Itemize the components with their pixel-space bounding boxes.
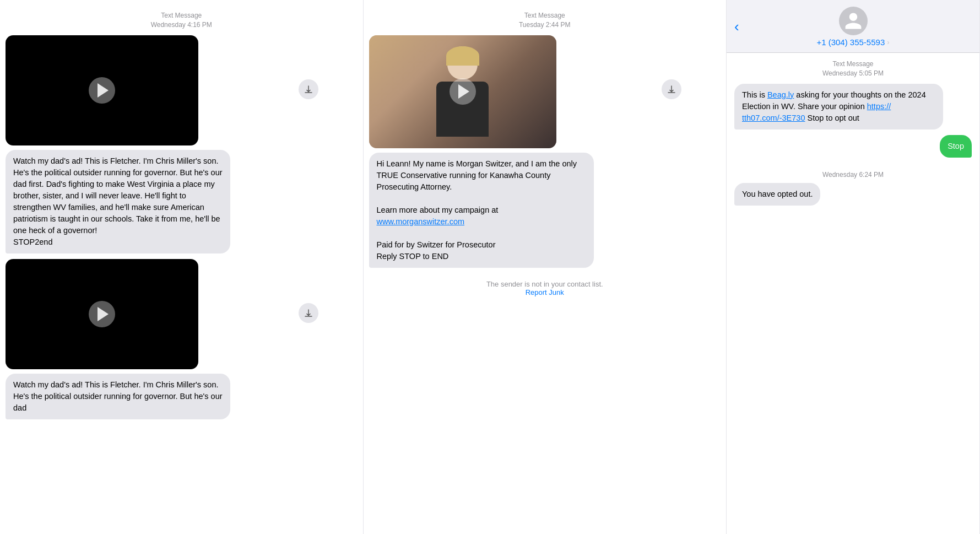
panel1-download-btn-1[interactable] <box>299 79 318 99</box>
panel2-time-header: Text Message Tuesday 2:44 PM <box>519 11 571 30</box>
panel1-bubble-1: Watch my dad's ad! This is Fletcher. I'm… <box>6 150 230 253</box>
contact-phone[interactable]: +1 (304) 355-5593 › <box>816 37 889 47</box>
panel2-download-btn[interactable] <box>662 79 681 99</box>
panel3-time-header: Text Message Wednesday 5:05 PM <box>734 60 972 78</box>
panel3-msg-1-row: This is Beag.ly asking for your thoughts… <box>734 84 972 130</box>
report-junk-btn[interactable]: Report Junk <box>486 288 603 296</box>
panel3-msg-2-row: Stop <box>734 135 972 158</box>
panel1-download-btn-2[interactable] <box>299 303 318 323</box>
panel1-video-msg-1: Watch my dad's ad! This is Fletcher. I'm… <box>6 35 358 253</box>
panel2-video-thumb[interactable] <box>369 35 556 148</box>
panel3-bubble-stop: Stop <box>940 135 972 158</box>
panel2-video-msg: Hi Leann! My name is Morgan Switzer, and… <box>369 35 721 268</box>
panel1-time-header: Text Message Wednesday 4:16 PM <box>151 11 212 30</box>
panel2-junk-notice: The sender is not in your contact list. … <box>486 280 603 296</box>
panel3-header: ‹ +1 (304) 355-5593 › <box>727 0 979 53</box>
panel3-msg-3-row: You have opted out. <box>734 183 972 206</box>
panel1-video-col-2: Watch my dad's ad! This is Fletcher. I'm… <box>6 259 294 419</box>
download-icon-3 <box>667 84 676 94</box>
person-icon <box>843 11 863 31</box>
play-button-2[interactable] <box>89 301 115 327</box>
panel1-video-thumb-2[interactable] <box>6 259 198 369</box>
panel2-video-col: Hi Leann! My name is Morgan Switzer, and… <box>369 35 658 268</box>
panel2-bubble: Hi Leann! My name is Morgan Switzer, and… <box>369 153 594 268</box>
panel3-messages: Text Message Wednesday 5:05 PM This is B… <box>727 53 979 534</box>
panel3-opted-out-time: Wednesday 6:24 PM <box>734 171 972 179</box>
panel1-video-col-1: Watch my dad's ad! This is Fletcher. I'm… <box>6 35 294 253</box>
panel1-video-msg-2: Watch my dad's ad! This is Fletcher. I'm… <box>6 259 358 419</box>
panel3-bubble-opted-out: You have opted out. <box>734 183 820 206</box>
junk-notice-text: The sender is not in your contact list. <box>486 280 603 288</box>
panel-3: ‹ +1 (304) 355-5593 › Text Message Wedne… <box>727 0 980 534</box>
play-button-3[interactable] <box>450 78 476 105</box>
beagly-link[interactable]: Beag.ly <box>767 90 794 99</box>
play-button-1[interactable] <box>89 77 115 104</box>
panel3-bubble-1: This is Beag.ly asking for your thoughts… <box>734 84 943 130</box>
contact-avatar <box>839 7 868 35</box>
download-icon-1 <box>304 84 313 94</box>
panel-1: Text Message Wednesday 4:16 PM Watch my … <box>0 0 364 534</box>
panel1-bubble-2: Watch my dad's ad! This is Fletcher. I'm… <box>6 374 230 419</box>
person-hair <box>446 46 479 66</box>
morgan-switzer-link[interactable]: www.morganswitzer.com <box>377 217 465 226</box>
panel-2: Text Message Tuesday 2:44 PM Hi Leann! M… <box>364 0 727 534</box>
chevron-right-icon: › <box>887 38 889 46</box>
back-button[interactable]: ‹ <box>734 19 739 34</box>
panel1-video-thumb-1[interactable] <box>6 35 198 145</box>
download-icon-2 <box>304 308 313 318</box>
